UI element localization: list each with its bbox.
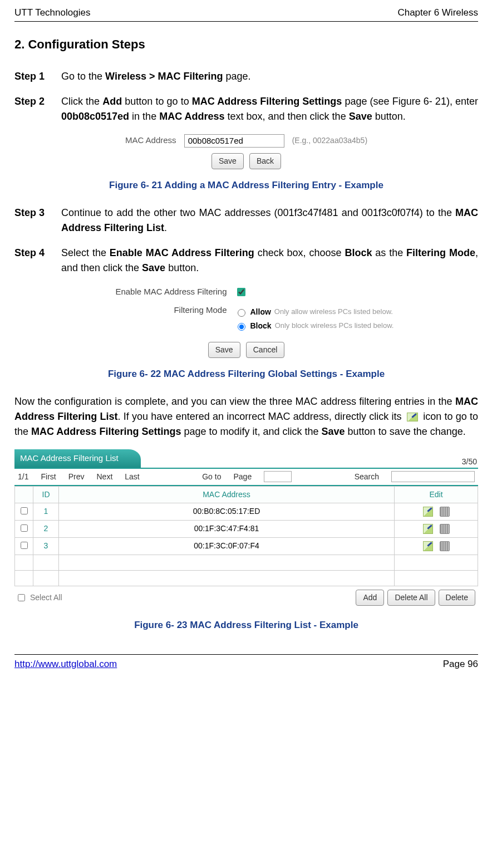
mac-address-input[interactable] bbox=[184, 134, 284, 148]
row-mac: 00:1F:3C:0F:07:F4 bbox=[59, 537, 395, 555]
list-title: MAC Address Filtering List bbox=[14, 449, 141, 468]
filtering-mode-label: Filtering Mode bbox=[99, 304, 227, 317]
figure-6-22-caption: Figure 6- 22 MAC Address Filtering Globa… bbox=[14, 367, 478, 381]
step-4-body: Select the Enable MAC Address Filtering … bbox=[61, 246, 478, 276]
step-2-body: Click the Add button to go to MAC Addres… bbox=[61, 94, 478, 124]
pager-search-label: Search bbox=[355, 471, 379, 483]
section-title: 2. Configuration Steps bbox=[14, 35, 478, 53]
col-mac: MAC Address bbox=[59, 486, 395, 503]
mac-filtering-table: ID MAC Address Edit 1 00:B0:8C:05:17:ED … bbox=[14, 486, 478, 586]
delete-button[interactable]: Delete bbox=[439, 590, 475, 606]
table-row: 1 00:B0:8C:05:17:ED bbox=[15, 503, 478, 520]
row-checkbox[interactable] bbox=[21, 542, 28, 549]
step-4-label: Step 4 bbox=[14, 246, 61, 276]
edit-icon[interactable] bbox=[423, 507, 433, 517]
delete-icon[interactable] bbox=[440, 541, 450, 551]
figure-6-21-caption: Figure 6- 21 Adding a MAC Address Filter… bbox=[14, 178, 478, 193]
figure-6-22-ui: Enable MAC Address Filtering Filtering M… bbox=[14, 286, 478, 358]
table-row: 3 00:1F:3C:0F:07:F4 bbox=[15, 537, 478, 555]
pager-search-input[interactable] bbox=[391, 471, 475, 482]
table-row: 2 00:1F:3C:47:F4:81 bbox=[15, 520, 478, 537]
pager-next[interactable]: Next bbox=[96, 471, 112, 483]
doc-header-left: UTT Technologies bbox=[14, 6, 90, 20]
mac-address-hint: (E.g., 0022aa03a4b5) bbox=[292, 135, 367, 146]
col-id: ID bbox=[33, 486, 59, 503]
figure-6-23-caption: Figure 6- 23 MAC Address Filtering List … bbox=[14, 618, 478, 632]
step-2-label: Step 2 bbox=[14, 94, 61, 124]
step-1: Step 1 Go to the Wireless > MAC Filterin… bbox=[14, 69, 478, 84]
delete-icon[interactable] bbox=[440, 507, 450, 517]
edit-icon[interactable] bbox=[423, 524, 433, 534]
step-1-label: Step 1 bbox=[14, 69, 61, 84]
pager-page-input[interactable] bbox=[264, 471, 292, 482]
allow-option-label: Allow bbox=[250, 306, 271, 318]
footer-url[interactable]: http://www.uttglobal.com bbox=[14, 657, 117, 671]
header-divider bbox=[14, 21, 478, 22]
row-checkbox[interactable] bbox=[21, 507, 28, 514]
back-button[interactable]: Back bbox=[249, 153, 281, 169]
step-3-body: Continue to add the other two MAC addres… bbox=[61, 205, 478, 236]
table-row-empty bbox=[15, 555, 478, 570]
row-mac: 00:B0:8C:05:17:ED bbox=[59, 503, 395, 520]
pager-page-label: Page bbox=[233, 471, 252, 483]
col-select bbox=[15, 486, 33, 503]
footer-divider bbox=[14, 654, 478, 655]
select-all-label: Select All bbox=[30, 592, 62, 604]
figure-6-23-ui: MAC Address Filtering List 3/50 1/1 Firs… bbox=[14, 449, 478, 609]
step-1-body: Go to the Wireless > MAC Filtering page. bbox=[61, 69, 478, 84]
enable-filtering-label: Enable MAC Address Filtering bbox=[99, 286, 227, 298]
step-2: Step 2 Click the Add button to go to MAC… bbox=[14, 94, 478, 124]
delete-all-button[interactable]: Delete All bbox=[387, 590, 435, 606]
col-edit: Edit bbox=[395, 486, 478, 503]
pager-goto-label: Go to bbox=[202, 471, 221, 483]
table-row-empty bbox=[15, 570, 478, 586]
block-option-label: Block bbox=[250, 320, 272, 332]
list-count: 3/50 bbox=[462, 456, 477, 468]
save-button[interactable]: Save bbox=[211, 153, 244, 169]
mac-address-label: MAC Address bbox=[125, 134, 176, 147]
edit-icon[interactable] bbox=[423, 541, 433, 551]
edit-icon bbox=[407, 413, 418, 421]
delete-icon[interactable] bbox=[440, 524, 450, 534]
cancel-button[interactable]: Cancel bbox=[246, 342, 285, 358]
save-button[interactable]: Save bbox=[208, 342, 240, 358]
filtering-mode-block-radio[interactable] bbox=[238, 323, 245, 331]
pager-position: 1/1 bbox=[18, 471, 28, 483]
block-option-desc: Only block wireless PCs listed below. bbox=[275, 320, 394, 331]
pager-row: 1/1 First Prev Next Last Go to Page Sear… bbox=[14, 468, 478, 486]
select-all-checkbox[interactable] bbox=[18, 594, 25, 601]
add-button[interactable]: Add bbox=[356, 590, 384, 606]
row-id: 3 bbox=[33, 537, 59, 555]
doc-header-right: Chapter 6 Wireless bbox=[397, 6, 478, 20]
row-mac: 00:1F:3C:47:F4:81 bbox=[59, 520, 395, 537]
row-id: 1 bbox=[33, 503, 59, 520]
step-3: Step 3 Continue to add the other two MAC… bbox=[14, 205, 478, 236]
step-3-label: Step 3 bbox=[14, 205, 61, 236]
row-id: 2 bbox=[33, 520, 59, 537]
filtering-mode-allow-radio[interactable] bbox=[238, 309, 245, 317]
pager-prev[interactable]: Prev bbox=[68, 471, 85, 483]
pager-first[interactable]: First bbox=[41, 471, 56, 483]
step-4: Step 4 Select the Enable MAC Address Fil… bbox=[14, 246, 478, 276]
allow-option-desc: Only allow wireless PCs listed below. bbox=[274, 306, 393, 317]
enable-filtering-checkbox[interactable] bbox=[237, 288, 245, 296]
row-checkbox[interactable] bbox=[21, 524, 28, 532]
completion-paragraph: Now the configuration is complete, and y… bbox=[14, 394, 478, 439]
footer-page: Page 96 bbox=[443, 657, 478, 671]
pager-last[interactable]: Last bbox=[125, 471, 139, 483]
figure-6-21-ui: MAC Address (E.g., 0022aa03a4b5) Save Ba… bbox=[14, 134, 478, 169]
